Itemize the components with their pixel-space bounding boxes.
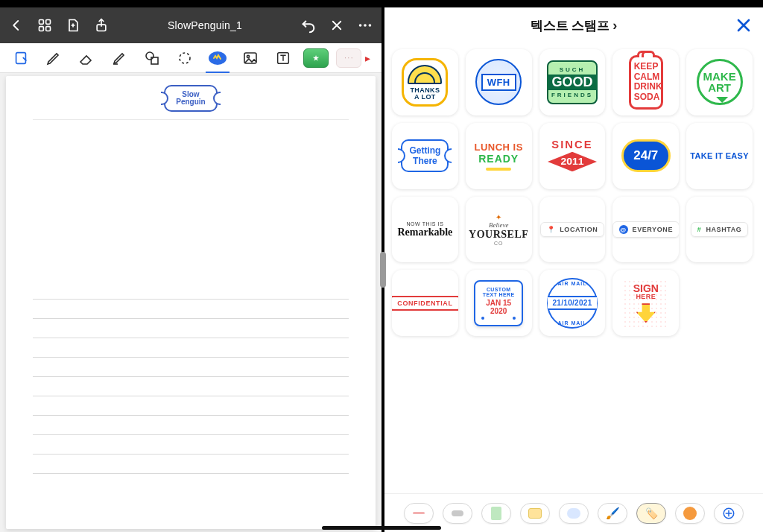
back-icon[interactable]: [7, 16, 25, 34]
stamp-hashtag[interactable]: #HASHTAG: [686, 197, 753, 263]
favorite-green-icon[interactable]: ★: [300, 43, 332, 73]
stamp-remarkable[interactable]: NOW THIS IS Remarkable: [392, 197, 458, 263]
stamp-wfh[interactable]: WFH: [466, 49, 532, 115]
placed-stamp-slow-penguin[interactable]: SlowPenguin: [164, 85, 218, 112]
stamp-take-it-easy[interactable]: TAKE IT EASY: [686, 123, 753, 189]
toolbar-overflow-icon[interactable]: ▸: [365, 52, 374, 64]
tab-ball[interactable]: [675, 503, 705, 524]
brush-icon: 🖌️: [606, 507, 620, 520]
stamp-location[interactable]: 📍LOCATION: [539, 197, 606, 263]
tab-sticky-note[interactable]: [520, 503, 550, 524]
arrow-down-icon: [636, 303, 656, 323]
editor-navbar: SlowPenguin_1: [0, 7, 382, 43]
sticker-grid: THANKS A LOT WFH SUCH GOOD FRIENDS KEEP …: [392, 49, 753, 336]
tab-paper-note[interactable]: [481, 503, 511, 524]
note-canvas[interactable]: SlowPenguin: [0, 73, 382, 532]
eraser-tool-icon[interactable]: [70, 43, 103, 73]
stamp-believe-yourself[interactable]: ✦ Believe YOURSELF CO: [466, 197, 532, 263]
paper-page[interactable]: SlowPenguin: [6, 76, 376, 529]
readonly-tool-icon[interactable]: [4, 43, 37, 73]
shape-tool-icon[interactable]: [136, 43, 168, 73]
home-indicator[interactable]: [322, 526, 441, 530]
share-icon[interactable]: [92, 16, 110, 34]
svg-point-7: [369, 24, 372, 27]
more-icon[interactable]: [356, 16, 374, 34]
stamp-thanks-a-lot[interactable]: THANKS A LOT: [392, 49, 458, 115]
svg-rect-3: [46, 27, 51, 31]
svg-point-9: [146, 52, 153, 60]
text-tool-icon[interactable]: [267, 43, 300, 73]
ball-icon: [683, 507, 697, 520]
stamp-getting-there[interactable]: Getting There: [392, 123, 458, 189]
svg-point-14: [247, 55, 249, 57]
stamp-lunch-ready[interactable]: LUNCH IS READY: [466, 123, 532, 189]
tab-tape-wide[interactable]: [443, 503, 472, 524]
stamp-keep-calm[interactable]: KEEP CALM DRINK SODA: [612, 49, 679, 115]
stamp-sign-here[interactable]: SIGN HERE: [612, 270, 679, 336]
tab-bubble[interactable]: [559, 503, 589, 524]
add-page-icon[interactable]: [64, 16, 82, 34]
stamp-everyone[interactable]: @EVERYONE: [612, 197, 679, 263]
stamp-icon: 🏷️: [645, 507, 658, 519]
tab-brush[interactable]: 🖌️: [598, 503, 627, 524]
close-page-icon[interactable]: [328, 16, 346, 34]
sticker-panel-title[interactable]: 텍스트 스탬프 ›: [531, 17, 618, 34]
grid-view-icon[interactable]: [36, 16, 54, 34]
pen-tool-icon[interactable]: [37, 43, 70, 73]
stamp-since-2011[interactable]: SINCE 2011: [539, 123, 606, 189]
tab-add-category[interactable]: [714, 503, 744, 524]
pin-icon: 📍: [547, 226, 556, 233]
svg-point-6: [364, 24, 367, 27]
undo-icon[interactable]: [300, 16, 317, 34]
close-panel-button[interactable]: [735, 16, 753, 34]
svg-point-5: [359, 24, 362, 27]
editor-toolbar: ★ · · · ▸: [0, 43, 382, 73]
svg-rect-2: [39, 27, 44, 31]
hash-icon: #: [697, 226, 702, 233]
mention-icon: @: [619, 225, 628, 234]
stamp-make-art[interactable]: MAKE ART: [686, 49, 753, 115]
sticker-tool-icon[interactable]: [201, 43, 234, 73]
tab-text-stamp[interactable]: 🏷️: [636, 503, 666, 524]
stamp-text-line1: Slow: [182, 90, 199, 98]
split-view-divider[interactable]: [382, 7, 384, 532]
stamp-custom-date-card[interactable]: CUSTOM TEXT HERE JAN 15 2020: [466, 270, 532, 336]
stamp-confidential[interactable]: CONFIDENTIAL: [392, 270, 458, 336]
highlighter-tool-icon[interactable]: [103, 43, 136, 73]
stamp-text-line2: Penguin: [176, 98, 205, 106]
lasso-tool-icon[interactable]: [168, 43, 201, 73]
plus-icon: ✦: [469, 213, 528, 221]
stamp-good-friends[interactable]: SUCH GOOD FRIENDS: [539, 49, 606, 115]
sticker-panel-header: 텍스트 스탬프 ›: [384, 7, 763, 43]
favorite-pale-icon[interactable]: · · ·: [332, 43, 365, 73]
sticker-category-tabs: 🖌️ 🏷️: [384, 493, 763, 532]
note-editor-pane: SlowPenguin_1: [0, 7, 382, 532]
tab-tape-thin[interactable]: [404, 503, 434, 524]
svg-rect-0: [39, 20, 44, 25]
image-tool-icon[interactable]: [234, 43, 267, 73]
stamp-air-mail[interactable]: AIR MAIL 21/10/2021 AIR MAIL: [539, 270, 606, 336]
stamp-247[interactable]: 24/7: [612, 123, 679, 189]
sticker-panel: 텍스트 스탬프 › THANKS A LOT WFH: [384, 7, 763, 532]
status-bar: [0, 0, 763, 7]
svg-point-11: [180, 53, 190, 63]
document-title[interactable]: SlowPenguin_1: [168, 19, 242, 31]
chevron-right-icon: ›: [612, 18, 617, 34]
svg-rect-1: [46, 20, 51, 25]
